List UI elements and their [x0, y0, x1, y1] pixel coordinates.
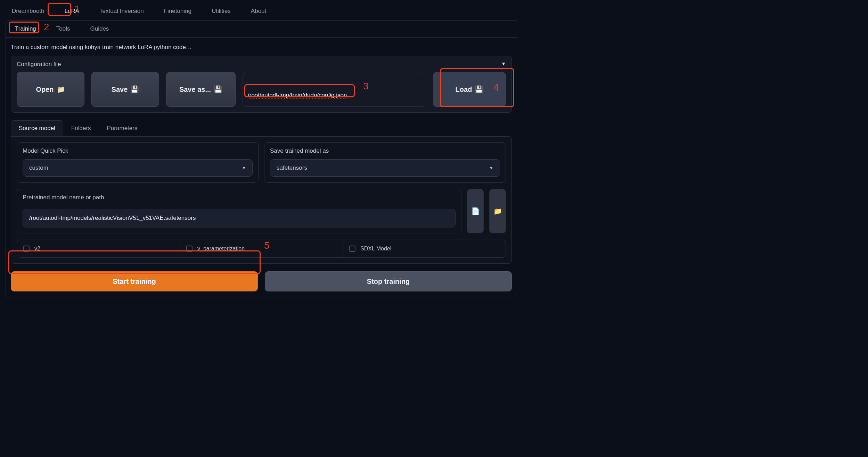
pretrained-model-label: Pretrained model name or path [23, 194, 456, 201]
config-path-container [243, 72, 426, 107]
load-button-label: Load [456, 86, 472, 94]
open-button-label: Open [36, 86, 54, 94]
file-icon-button[interactable]: 📄 [467, 189, 484, 233]
tab-about[interactable]: About [246, 4, 271, 18]
tab-lora[interactable]: LoRA [60, 4, 84, 18]
save-button[interactable]: Save [91, 72, 159, 107]
model-quick-pick-select[interactable]: custom ▼ [23, 159, 253, 177]
open-button[interactable]: Open [17, 72, 84, 107]
subtab-tools[interactable]: Tools [51, 23, 75, 35]
config-title: Configuration file [17, 61, 61, 67]
sdxl-label: SDXL Model [360, 246, 391, 252]
checkbox-icon [186, 246, 193, 252]
save-trained-as-select[interactable]: safetensors ▼ [270, 159, 500, 177]
main-tabs: Dreambooth LoRA Textual Inversion Finetu… [0, 0, 523, 18]
save-trained-as-value: safetensors [277, 165, 307, 171]
save-trained-as-field: Save trained model as safetensors ▼ [264, 142, 506, 183]
tab-dreambooth[interactable]: Dreambooth [7, 4, 49, 18]
save-as-button-label: Save as... [179, 86, 211, 94]
action-buttons: Start training Stop training [11, 271, 512, 291]
panel-description: Train a custom model using kohya train n… [6, 38, 517, 56]
model-flags-row: v2 v_parameterization SDXL Model [17, 240, 506, 258]
checkbox-icon [349, 246, 355, 252]
collapse-icon[interactable]: ▼ [501, 61, 506, 66]
page-icon: 📄 [471, 207, 480, 215]
configuration-file-panel: Configuration file ▼ Open Save Save as..… [11, 56, 512, 113]
tab-source-model[interactable]: Source model [11, 120, 63, 136]
tab-utilities[interactable]: Utilities [207, 4, 236, 18]
lora-subtabs: Training Tools Guides [6, 21, 517, 38]
model-quick-pick-label: Model Quick Pick [23, 147, 253, 154]
folder-icon [57, 85, 65, 94]
tab-parameters[interactable]: Parameters [99, 120, 146, 136]
checkbox-icon [23, 246, 30, 252]
subtab-guides[interactable]: Guides [85, 23, 114, 35]
chevron-down-icon: ▼ [242, 166, 246, 170]
tab-textual-inversion[interactable]: Textual Inversion [95, 4, 149, 18]
folder-icon: 📁 [493, 207, 502, 215]
v-parameterization-label: v_parameterization [197, 246, 245, 252]
save-icon [130, 85, 139, 94]
pretrained-model-field: Pretrained model name or path [17, 189, 461, 233]
folder-icon-button[interactable]: 📁 [489, 189, 506, 233]
v2-checkbox-row[interactable]: v2 [17, 240, 180, 257]
source-model-section: Source model Folders Parameters Model Qu… [11, 120, 512, 264]
v2-label: v2 [34, 246, 40, 252]
config-path-input[interactable] [248, 89, 421, 102]
save-button-label: Save [112, 86, 128, 94]
lora-panel: Training Tools Guides Train a custom mod… [6, 20, 517, 297]
v-parameterization-checkbox-row[interactable]: v_parameterization [180, 240, 343, 257]
pretrained-model-input[interactable] [23, 209, 456, 227]
save-icon [214, 85, 222, 94]
model-quick-pick-value: custom [29, 165, 48, 171]
tab-folders[interactable]: Folders [63, 120, 99, 136]
tab-finetuning[interactable]: Finetuning [159, 4, 196, 18]
sdxl-checkbox-row[interactable]: SDXL Model [343, 240, 506, 257]
model-quick-pick-field: Model Quick Pick custom ▼ [17, 142, 259, 183]
save-icon [475, 85, 483, 94]
load-button[interactable]: Load [433, 72, 506, 107]
subtab-training[interactable]: Training [10, 23, 41, 35]
chevron-down-icon: ▼ [489, 166, 493, 170]
save-as-button[interactable]: Save as... [166, 72, 236, 107]
stop-training-button[interactable]: Stop training [265, 271, 512, 291]
start-training-button[interactable]: Start training [11, 271, 258, 291]
save-trained-as-label: Save trained model as [270, 147, 500, 154]
